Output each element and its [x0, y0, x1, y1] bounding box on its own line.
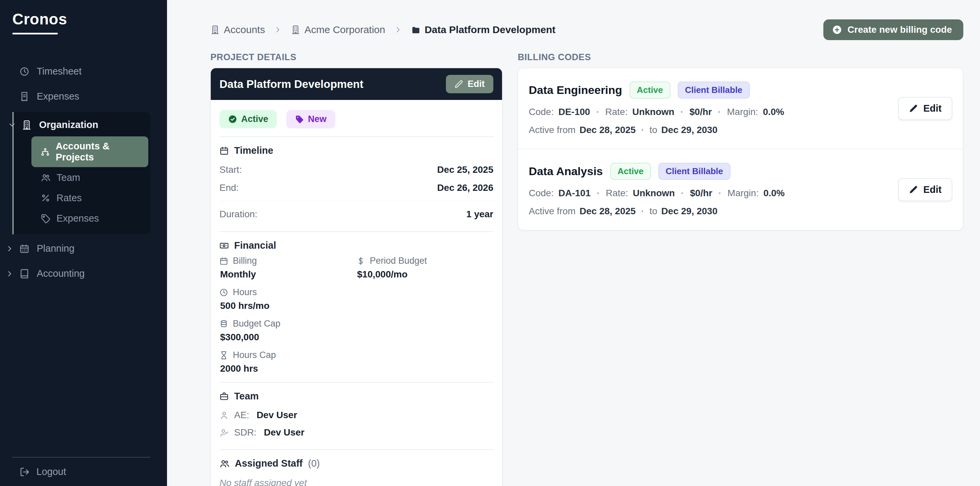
period-budget-label: Period Budget	[370, 256, 427, 266]
to-date: Dec 29, 2030	[661, 206, 718, 217]
timeline-start-row: Start: Dec 25, 2025	[220, 161, 493, 179]
assigned-staff-count: (0)	[308, 458, 320, 469]
breadcrumb-label: Accounts	[224, 24, 265, 35]
billing-codes-section: BILLING CODES Data Engineering Active Cl…	[518, 52, 963, 486]
status-badge: Active	[630, 81, 670, 99]
billing-code-meta: Code: DA-101 · Rate: Unknown · $0/hr · M…	[529, 188, 784, 199]
separator-dot: ·	[640, 206, 645, 217]
margin-value: 0.0%	[763, 107, 784, 117]
period-budget-value: $10,000/mo	[357, 269, 493, 280]
clock-icon	[19, 67, 29, 76]
billing-code-meta: Code: DE-100 · Rate: Unknown · $0/hr · M…	[529, 107, 784, 117]
building-icon	[22, 120, 32, 130]
budget-cap-field: Budget Cap $300,000	[220, 319, 356, 343]
sidebar-item-rates[interactable]: Rates	[32, 188, 148, 208]
assigned-staff-empty-text: No staff assigned yet	[220, 478, 493, 486]
ae-label: AE:	[234, 410, 249, 421]
project-edit-button[interactable]: Edit	[446, 75, 493, 93]
chevron-down-icon	[8, 121, 16, 129]
building-icon	[210, 25, 220, 34]
billing-code-title: Data Analysis	[529, 165, 603, 178]
sidebar-item-organization[interactable]: Organization	[14, 115, 150, 134]
team-title-label: Team	[234, 391, 259, 402]
project-badges: Active New	[220, 110, 493, 128]
new-badge: New	[286, 110, 335, 128]
chevron-right-icon	[394, 25, 402, 34]
separator-dot: ·	[679, 188, 685, 199]
client-billable-badge: Client Billable	[659, 163, 730, 180]
chevron-right-icon	[5, 244, 14, 253]
project-card-header: Data Platform Development Edit	[211, 68, 502, 100]
sitemap-icon	[41, 147, 50, 157]
billing-edit-label: Edit	[923, 184, 942, 195]
billing-code-row: Data Analysis Active Client Billable Cod…	[518, 150, 963, 230]
billing-code-dates: Active from Dec 28, 2025 · to Dec 29, 20…	[529, 206, 784, 217]
project-title: Data Platform Development	[220, 78, 363, 91]
separator-dot: ·	[717, 188, 723, 199]
start-value: Dec 25, 2025	[437, 164, 493, 175]
sidebar-item-label: Accounting	[37, 268, 85, 279]
project-card-body: Active New Timeline Start:	[211, 100, 502, 486]
sidebar-item-expenses[interactable]: Expenses	[0, 87, 167, 106]
divider	[220, 382, 493, 383]
create-billing-code-button[interactable]: Create new billing code	[823, 19, 963, 40]
project-edit-label: Edit	[468, 79, 485, 89]
create-billing-code-label: Create new billing code	[847, 24, 952, 35]
sidebar-item-accounting[interactable]: Accounting	[0, 264, 167, 283]
billing-edit-button[interactable]: Edit	[898, 178, 952, 201]
calendar-icon	[220, 257, 228, 265]
code-value: DA-101	[558, 188, 590, 199]
sdr-label: SDR:	[234, 427, 256, 438]
tag-icon	[41, 214, 51, 223]
status-badge: Active	[220, 110, 277, 128]
billing-codes-heading: BILLING CODES	[518, 52, 963, 62]
sdr-value: Dev User	[264, 427, 304, 438]
budget-cap-value: $300,000	[220, 332, 356, 343]
billing-field: Billing Monthly	[220, 256, 356, 280]
sidebar-footer: Logout	[12, 457, 150, 477]
brand-underline	[12, 33, 58, 34]
active-from-label: Active from	[529, 206, 576, 217]
sidebar-item-expenses-sub[interactable]: Expenses	[32, 209, 148, 228]
sidebar-item-label: Expenses	[56, 213, 99, 224]
billing-codes-card: Data Engineering Active Client Billable …	[518, 68, 963, 230]
sidebar-item-planning[interactable]: Planning	[0, 239, 167, 258]
sidebar-item-timesheet[interactable]: Timesheet	[0, 62, 167, 81]
divider	[220, 449, 493, 450]
breadcrumb-item-account[interactable]: Acme Corporation	[291, 24, 385, 35]
breadcrumb: Accounts Acme Corporation Data Platform …	[210, 24, 555, 35]
sidebar-item-label: Team	[56, 172, 80, 183]
sidebar-item-accounts-projects[interactable]: Accounts & Projects	[32, 136, 148, 167]
client-billable-badge: Client Billable	[678, 81, 750, 99]
chevron-right-icon	[274, 25, 282, 34]
sidebar-item-label: Expenses	[37, 91, 79, 102]
separator-dot: ·	[595, 188, 601, 199]
duration-value: 1 year	[466, 209, 493, 220]
code-label: Code:	[529, 188, 554, 199]
main-content: Accounts Acme Corporation Data Platform …	[167, 0, 980, 486]
briefcase-icon	[220, 392, 229, 401]
billing-code-info: Data Engineering Active Client Billable …	[529, 81, 784, 135]
sidebar-item-label: Organization	[39, 120, 98, 131]
divider	[12, 457, 150, 457]
logout-button[interactable]: Logout	[12, 466, 150, 477]
billing-edit-button[interactable]: Edit	[898, 97, 952, 120]
assigned-staff-title: Assigned Staff (0)	[220, 458, 493, 469]
team-section-title: Team	[220, 391, 493, 402]
book-icon	[19, 269, 29, 279]
hours-field: Hours 500 hrs/mo	[220, 287, 356, 311]
calendar-icon	[220, 146, 229, 155]
end-value: Dec 26, 2026	[437, 183, 493, 193]
separator-dot: ·	[716, 107, 722, 117]
user-check-icon	[220, 428, 229, 437]
breadcrumb-item-project: Data Platform Development	[411, 24, 555, 35]
sidebar-submenu-organization: Accounts & Projects Team Rates Expenses	[14, 136, 150, 228]
logout-icon	[20, 467, 30, 477]
team-ae-row: AE: Dev User	[220, 406, 493, 424]
price-value: $0/hr	[690, 188, 713, 199]
sidebar-item-label: Planning	[37, 243, 75, 254]
sidebar-item-team[interactable]: Team	[32, 168, 148, 188]
hours-cap-label: Hours Cap	[233, 350, 276, 360]
breadcrumb-item-accounts[interactable]: Accounts	[210, 24, 265, 35]
margin-label: Margin:	[727, 188, 759, 199]
